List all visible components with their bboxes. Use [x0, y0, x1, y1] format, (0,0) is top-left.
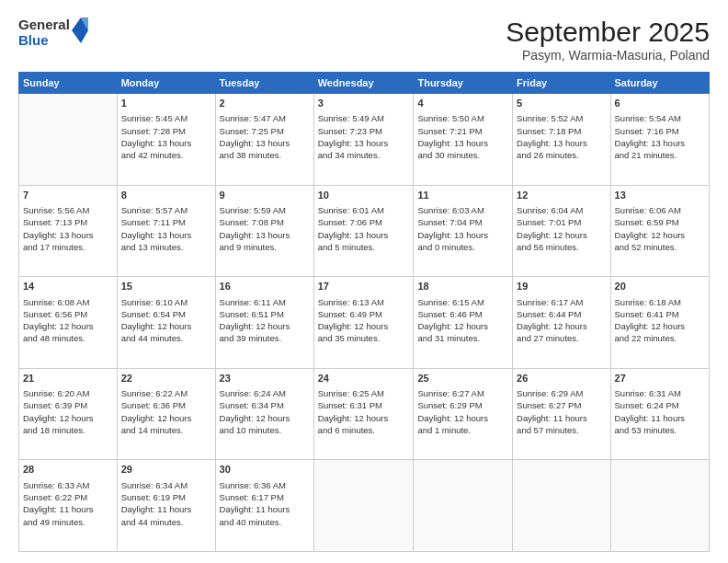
calendar-cell: 3Sunrise: 5:49 AM Sunset: 7:23 PM Daylig… [313, 94, 414, 186]
day-number: 15 [121, 280, 211, 293]
day-number: 14 [23, 280, 113, 293]
day-info: Sunrise: 5:56 AM Sunset: 7:13 PM Dayligh… [23, 204, 113, 253]
day-number: 3 [318, 97, 410, 110]
calendar-cell: 22Sunrise: 6:22 AM Sunset: 6:36 PM Dayli… [117, 368, 215, 460]
day-info: Sunrise: 5:59 AM Sunset: 7:08 PM Dayligh… [220, 204, 310, 253]
day-info: Sunrise: 6:18 AM Sunset: 6:41 PM Dayligh… [615, 296, 705, 345]
day-number: 13 [615, 189, 705, 202]
day-info: Sunrise: 5:45 AM Sunset: 7:28 PM Dayligh… [121, 112, 211, 161]
day-info: Sunrise: 5:49 AM Sunset: 7:23 PM Dayligh… [318, 112, 410, 161]
day-number: 25 [417, 372, 508, 385]
day-number: 28 [23, 463, 113, 477]
day-info: Sunrise: 6:25 AM Sunset: 6:31 PM Dayligh… [318, 387, 410, 436]
calendar-cell: 28Sunrise: 6:33 AM Sunset: 6:22 PM Dayli… [19, 460, 118, 552]
calendar-cell: 1Sunrise: 5:45 AM Sunset: 7:28 PM Daylig… [117, 94, 215, 186]
day-number: 22 [121, 372, 211, 385]
day-info: Sunrise: 5:50 AM Sunset: 7:21 PM Dayligh… [417, 112, 508, 161]
calendar-day-header: Sunday [19, 73, 118, 94]
calendar-week-row: 14Sunrise: 6:08 AM Sunset: 6:56 PM Dayli… [19, 277, 710, 369]
calendar-week-row: 7Sunrise: 5:56 AM Sunset: 7:13 PM Daylig… [19, 185, 710, 277]
calendar-cell: 27Sunrise: 6:31 AM Sunset: 6:24 PM Dayli… [610, 368, 709, 460]
calendar-cell [313, 460, 414, 552]
calendar-cell [513, 460, 610, 552]
day-number: 21 [23, 372, 113, 385]
calendar-cell: 25Sunrise: 6:27 AM Sunset: 6:29 PM Dayli… [414, 368, 513, 460]
calendar-cell: 14Sunrise: 6:08 AM Sunset: 6:56 PM Dayli… [19, 277, 118, 369]
day-info: Sunrise: 6:03 AM Sunset: 7:04 PM Dayligh… [417, 204, 508, 253]
day-number: 10 [318, 189, 410, 202]
calendar-day-header: Monday [117, 73, 215, 94]
day-number: 12 [517, 189, 606, 202]
day-info: Sunrise: 6:20 AM Sunset: 6:39 PM Dayligh… [23, 387, 113, 436]
day-number: 11 [417, 189, 508, 202]
calendar-cell: 19Sunrise: 6:17 AM Sunset: 6:44 PM Dayli… [513, 277, 610, 369]
calendar-cell: 4Sunrise: 5:50 AM Sunset: 7:21 PM Daylig… [414, 94, 513, 186]
logo-icon [72, 17, 88, 43]
calendar-cell: 8Sunrise: 5:57 AM Sunset: 7:11 PM Daylig… [117, 185, 215, 277]
day-number: 4 [417, 97, 508, 110]
calendar-cell [610, 460, 709, 552]
day-info: Sunrise: 6:11 AM Sunset: 6:51 PM Dayligh… [220, 296, 310, 345]
day-number: 6 [615, 97, 705, 110]
day-info: Sunrise: 6:33 AM Sunset: 6:22 PM Dayligh… [23, 479, 113, 528]
calendar-cell: 11Sunrise: 6:03 AM Sunset: 7:04 PM Dayli… [414, 185, 513, 277]
logo-blue: Blue [18, 32, 70, 48]
day-info: Sunrise: 6:34 AM Sunset: 6:19 PM Dayligh… [121, 479, 211, 528]
calendar-header-row: SundayMondayTuesdayWednesdayThursdayFrid… [19, 73, 710, 94]
calendar-cell: 24Sunrise: 6:25 AM Sunset: 6:31 PM Dayli… [313, 368, 414, 460]
day-number: 23 [220, 372, 310, 385]
calendar-week-row: 21Sunrise: 6:20 AM Sunset: 6:39 PM Dayli… [19, 368, 710, 460]
day-number: 20 [615, 280, 705, 293]
day-number: 17 [318, 280, 410, 293]
calendar-cell: 13Sunrise: 6:06 AM Sunset: 6:59 PM Dayli… [610, 185, 709, 277]
calendar-cell: 10Sunrise: 6:01 AM Sunset: 7:06 PM Dayli… [313, 185, 414, 277]
day-number: 9 [220, 189, 310, 202]
day-number: 26 [517, 372, 606, 385]
day-number: 18 [417, 280, 508, 293]
day-info: Sunrise: 5:52 AM Sunset: 7:18 PM Dayligh… [517, 112, 606, 161]
day-info: Sunrise: 6:29 AM Sunset: 6:27 PM Dayligh… [517, 387, 606, 436]
day-number: 24 [318, 372, 410, 385]
day-info: Sunrise: 6:36 AM Sunset: 6:17 PM Dayligh… [220, 479, 310, 528]
calendar-week-row: 28Sunrise: 6:33 AM Sunset: 6:22 PM Dayli… [19, 460, 710, 552]
calendar-day-header: Tuesday [215, 73, 313, 94]
day-info: Sunrise: 6:04 AM Sunset: 7:01 PM Dayligh… [517, 204, 606, 253]
logo: General Blue [18, 17, 88, 49]
calendar-day-header: Saturday [610, 73, 709, 94]
calendar-cell: 23Sunrise: 6:24 AM Sunset: 6:34 PM Dayli… [215, 368, 313, 460]
calendar-subtitle: Pasym, Warmia-Masuria, Poland [506, 48, 710, 63]
day-info: Sunrise: 6:22 AM Sunset: 6:36 PM Dayligh… [121, 387, 211, 436]
calendar-cell: 17Sunrise: 6:13 AM Sunset: 6:49 PM Dayli… [313, 277, 414, 369]
title-block: September 2025 Pasym, Warmia-Masuria, Po… [506, 17, 710, 63]
calendar-cell: 30Sunrise: 6:36 AM Sunset: 6:17 PM Dayli… [215, 460, 313, 552]
day-info: Sunrise: 6:10 AM Sunset: 6:54 PM Dayligh… [121, 296, 211, 345]
day-number: 8 [121, 189, 211, 202]
day-info: Sunrise: 6:17 AM Sunset: 6:44 PM Dayligh… [517, 296, 606, 345]
day-info: Sunrise: 5:47 AM Sunset: 7:25 PM Dayligh… [220, 112, 310, 161]
calendar-cell: 20Sunrise: 6:18 AM Sunset: 6:41 PM Dayli… [610, 277, 709, 369]
day-info: Sunrise: 5:57 AM Sunset: 7:11 PM Dayligh… [121, 204, 211, 253]
calendar-title: September 2025 [506, 17, 710, 48]
day-number: 27 [615, 372, 705, 385]
calendar-cell [19, 94, 118, 186]
day-number: 30 [220, 463, 310, 477]
calendar-cell [414, 460, 513, 552]
calendar-day-header: Thursday [414, 73, 513, 94]
day-info: Sunrise: 6:08 AM Sunset: 6:56 PM Dayligh… [23, 296, 113, 345]
calendar-cell: 15Sunrise: 6:10 AM Sunset: 6:54 PM Dayli… [117, 277, 215, 369]
day-number: 29 [121, 463, 211, 477]
day-info: Sunrise: 6:15 AM Sunset: 6:46 PM Dayligh… [417, 296, 508, 345]
day-number: 2 [220, 97, 310, 110]
day-info: Sunrise: 6:06 AM Sunset: 6:59 PM Dayligh… [615, 204, 705, 253]
day-number: 5 [517, 97, 606, 110]
calendar-cell: 18Sunrise: 6:15 AM Sunset: 6:46 PM Dayli… [414, 277, 513, 369]
day-info: Sunrise: 6:24 AM Sunset: 6:34 PM Dayligh… [220, 387, 310, 436]
calendar-table: SundayMondayTuesdayWednesdayThursdayFrid… [18, 72, 710, 552]
calendar-cell: 16Sunrise: 6:11 AM Sunset: 6:51 PM Dayli… [215, 277, 313, 369]
logo-general: General [18, 17, 70, 32]
day-number: 7 [23, 189, 113, 202]
day-info: Sunrise: 6:01 AM Sunset: 7:06 PM Dayligh… [318, 204, 410, 253]
day-info: Sunrise: 6:13 AM Sunset: 6:49 PM Dayligh… [318, 296, 410, 345]
calendar-cell: 9Sunrise: 5:59 AM Sunset: 7:08 PM Daylig… [215, 185, 313, 277]
calendar-cell: 21Sunrise: 6:20 AM Sunset: 6:39 PM Dayli… [19, 368, 118, 460]
